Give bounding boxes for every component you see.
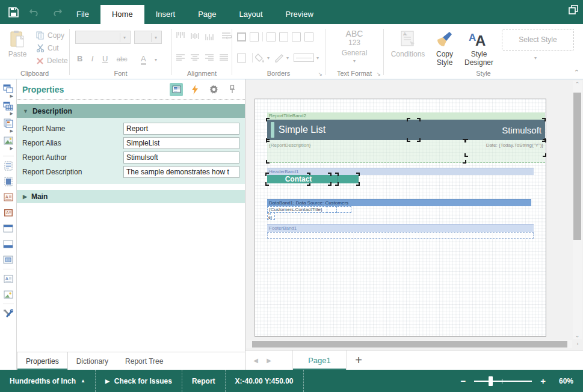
border-outside-button[interactable]	[237, 54, 246, 63]
chevron-down-icon[interactable]: ▾	[325, 58, 383, 64]
border-all-button[interactable]	[237, 32, 246, 41]
cross-bands-tool-button[interactable]	[2, 100, 14, 111]
tab-preview[interactable]: Preview	[274, 5, 325, 24]
font-name-select[interactable]: ▾	[75, 31, 131, 44]
image-component-button[interactable]	[2, 289, 14, 300]
chevron-right-icon[interactable]: ▶	[10, 112, 13, 115]
chevron-right-icon[interactable]: ▶	[10, 129, 13, 133]
zoom-out-button[interactable]: −	[460, 376, 466, 386]
strikethrough-button[interactable]: abc	[117, 55, 128, 63]
copy-style-button[interactable]: Copy Style	[431, 30, 458, 67]
zoom-slider[interactable]	[474, 376, 532, 386]
border-bottom-button[interactable]	[279, 32, 288, 41]
components-tool-button[interactable]	[2, 118, 14, 129]
pin-button[interactable]	[226, 83, 239, 96]
select-style-box[interactable]: Select Style	[502, 29, 574, 51]
brand-textbox[interactable]: Stimulsoft	[409, 120, 544, 139]
panel-bottom-tool-button[interactable]	[2, 239, 14, 250]
vertical-scroll-thumb[interactable]	[573, 93, 581, 240]
border-right-button[interactable]	[304, 32, 313, 41]
footer-band-label[interactable]: FooterBand1	[267, 224, 534, 232]
align-left-icon[interactable]	[176, 53, 185, 63]
header-band-label[interactable]: HeaderBand1	[267, 168, 534, 175]
scroll-up-icon[interactable]: ⌃	[573, 81, 582, 87]
tab-dictionary[interactable]: Dictionary	[68, 352, 117, 370]
word-wrap-icon[interactable]	[221, 31, 232, 41]
data-band-label[interactable]: DataBand1; Data Source: Customers	[267, 199, 531, 206]
rich-text2-tool-button[interactable]: A	[2, 207, 14, 218]
tab-layout[interactable]: Layout	[228, 5, 274, 24]
chevron-down-icon[interactable]: ▾	[267, 55, 270, 61]
undo-button[interactable]	[28, 5, 42, 19]
zoom-in-button[interactable]: +	[540, 376, 546, 386]
settings-button[interactable]	[207, 83, 220, 96]
text-tool-button[interactable]	[2, 161, 14, 171]
conditions-button[interactable]: A Conditions	[390, 30, 426, 58]
check-for-issues-button[interactable]: ▶ Check for Issues	[96, 370, 182, 392]
date-textbox[interactable]: Date: {Today.ToString("Y")}	[466, 141, 544, 155]
chevron-down-icon[interactable]: ▾	[286, 55, 289, 61]
scroll-down-icon[interactable]: ⌄	[573, 332, 582, 338]
report-page[interactable]: ReportTitleBand2 Simple List Stimulsoft …	[254, 99, 546, 337]
redo-button[interactable]	[50, 5, 63, 19]
chevron-down-icon[interactable]: ▾	[534, 55, 537, 61]
window-restore-button[interactable]	[569, 5, 578, 17]
align-middle-icon[interactable]	[190, 31, 200, 41]
properties-view-button[interactable]	[170, 83, 183, 96]
report-author-input[interactable]	[123, 152, 239, 164]
align-bottom-icon[interactable]	[205, 31, 214, 41]
text-component-button[interactable]: A	[2, 274, 14, 284]
cut-button[interactable]: Cut	[36, 44, 59, 52]
text-format-dialog-launcher[interactable]: ↘	[376, 71, 381, 77]
style-designer-button[interactable]: AA Style Designer	[461, 30, 497, 67]
chevron-down-icon[interactable]: ▾	[155, 57, 157, 63]
header-cell-contact[interactable]: Contact	[267, 175, 330, 183]
delete-button[interactable]: Delete	[36, 57, 68, 65]
fill-color-icon[interactable]	[255, 53, 265, 63]
zoom-slider-handle[interactable]	[489, 376, 493, 386]
chevron-right-icon[interactable]: ▶	[10, 147, 13, 150]
align-right-icon[interactable]	[205, 53, 214, 63]
units-selector[interactable]: Hundredths of Inch ▲	[0, 370, 96, 392]
tab-properties[interactable]: Properties	[17, 352, 68, 370]
border-none-button[interactable]	[250, 32, 259, 41]
panel-top-tool-button[interactable]	[2, 223, 14, 234]
tab-home[interactable]: Home	[100, 5, 144, 24]
subreport-tool-button[interactable]	[2, 254, 14, 265]
report-description-textbox[interactable]: {ReportDescription}	[268, 141, 464, 161]
border-top-button[interactable]	[267, 32, 276, 41]
bold-button[interactable]: B	[77, 54, 82, 63]
font-color-button[interactable]: A	[141, 54, 146, 65]
report-name-input[interactable]	[123, 123, 239, 135]
save-button[interactable]	[7, 5, 20, 19]
add-page-button[interactable]: +	[347, 351, 371, 370]
horizontal-scrollbar[interactable]	[246, 340, 572, 348]
align-justify-icon[interactable]	[219, 53, 229, 63]
border-left-button[interactable]	[292, 32, 301, 41]
data-cell-contact[interactable]: {Customers.ContactTitle}	[267, 206, 327, 213]
font-size-select[interactable]: ▾	[134, 31, 162, 44]
copy-button[interactable]: Copy	[36, 31, 64, 40]
events-button[interactable]	[188, 83, 202, 96]
report-selector[interactable]: Report	[182, 370, 226, 392]
rich-text-tool-button[interactable]: A	[2, 192, 14, 203]
chevron-right-icon[interactable]: ▶	[10, 94, 13, 98]
paste-button[interactable]: Paste	[5, 30, 30, 58]
vertical-scrollbar[interactable]: ⌃ ⌄	[573, 81, 582, 339]
tab-report-tree[interactable]: Report Tree	[117, 352, 171, 370]
tools-button[interactable]	[2, 308, 14, 319]
tab-file[interactable]: File	[65, 5, 100, 24]
tab-insert[interactable]: Insert	[144, 5, 187, 24]
section-description[interactable]: ▼ Description	[17, 104, 245, 118]
tab-page[interactable]: Page	[187, 5, 227, 24]
borders-dialog-launcher[interactable]: ↘	[318, 71, 322, 77]
chevron-down-icon[interactable]: ▾	[316, 55, 319, 61]
align-top-icon[interactable]	[176, 31, 185, 41]
align-center-icon[interactable]	[190, 53, 200, 63]
border-color-icon[interactable]	[274, 53, 284, 63]
report-title-band-label[interactable]: ReportTitleBand2	[267, 112, 545, 120]
scroll-right-icon[interactable]: ›	[573, 340, 582, 348]
text-in-cells-tool-button[interactable]	[2, 176, 14, 187]
border-style-select[interactable]	[294, 54, 314, 62]
text-format-general[interactable]: General	[325, 49, 383, 57]
